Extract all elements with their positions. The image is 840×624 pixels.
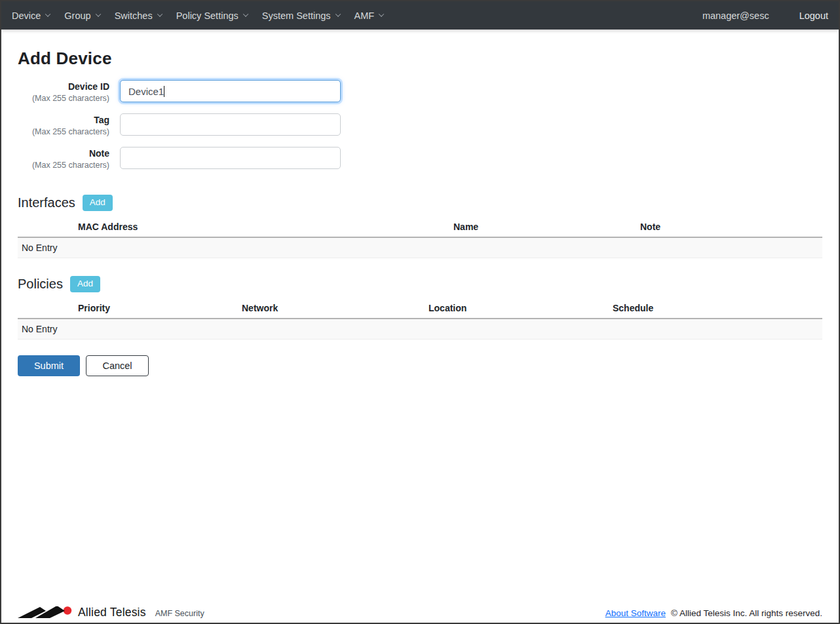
about-software-link[interactable]: About Software [605, 608, 666, 618]
chevron-down-icon [157, 11, 162, 16]
logout-link[interactable]: Logout [799, 10, 828, 21]
nav-item-label: AMF [354, 10, 375, 21]
tag-label: Tag (Max 255 characters) [18, 113, 109, 137]
nav-item-label: Group [64, 10, 90, 21]
chevron-down-icon [379, 11, 384, 16]
nav-item-label: Policy Settings [176, 10, 239, 21]
footer-legal: About Software © Allied Telesis Inc. All… [605, 608, 822, 618]
form-actions: Submit Cancel [18, 355, 822, 376]
note-input-wrap [120, 147, 341, 170]
device-id-input[interactable] [120, 80, 341, 102]
device-id-label: Device ID (Max 255 characters) [18, 80, 109, 104]
policies-add-button[interactable]: Add [70, 276, 100, 292]
cancel-button[interactable]: Cancel [86, 355, 149, 376]
interfaces-table-header: MAC Address Name Note [18, 222, 822, 238]
policies-empty-row: No Entry [18, 319, 822, 340]
user-account[interactable]: manager@sesc [702, 10, 769, 21]
form-row-tag: Tag (Max 255 characters) [18, 113, 822, 137]
allied-telesis-logo-icon [18, 606, 73, 618]
note-input[interactable] [120, 147, 341, 169]
interfaces-header: Interfaces Add [18, 195, 822, 211]
interfaces-section: Interfaces Add MAC Address Name Note No … [18, 195, 822, 258]
main-content: Add Device Device ID (Max 255 characters… [1, 49, 839, 376]
device-id-hint: (Max 255 characters) [18, 93, 109, 104]
nav-right: manager@sesc Logout [702, 10, 828, 21]
chevron-down-icon [95, 11, 100, 16]
no-entry-text: No Entry [22, 243, 57, 253]
column-header-mac-address: MAC Address [18, 222, 393, 237]
column-header-priority: Priority [18, 303, 181, 318]
page-footer: Allied Telesis AMF Security About Softwa… [1, 606, 839, 623]
page-title: Add Device [18, 49, 822, 69]
nav-item-device[interactable]: Device [12, 10, 50, 21]
nav-item-group[interactable]: Group [64, 10, 100, 21]
note-label: Note (Max 255 characters) [18, 147, 109, 170]
product-name: AMF Security [155, 609, 204, 618]
policies-table-header: Priority Network Location Schedule [18, 303, 822, 319]
column-header-note: Note [580, 222, 822, 237]
add-device-form: Device ID (Max 255 characters) Tag (Max … [18, 80, 822, 170]
nav-menu: Device Group Switches Policy Settings Sy… [12, 10, 383, 21]
text-caret [164, 86, 164, 97]
app-window: Device Group Switches Policy Settings Sy… [0, 0, 840, 624]
nav-item-label: System Settings [262, 10, 331, 21]
form-row-device-id: Device ID (Max 255 characters) [18, 80, 822, 104]
chevron-down-icon [335, 11, 340, 16]
policies-header: Policies Add [18, 276, 822, 292]
nav-item-amf[interactable]: AMF [354, 10, 384, 21]
note-hint: (Max 255 characters) [18, 160, 109, 170]
top-navbar: Device Group Switches Policy Settings Sy… [1, 1, 839, 29]
copyright-text: © Allied Telesis Inc. All rights reserve… [671, 608, 822, 618]
nav-item-label: Device [12, 10, 41, 21]
chevron-down-icon [45, 11, 50, 16]
policies-section: Policies Add Priority Network Location S… [18, 276, 822, 340]
column-header-network: Network [181, 303, 368, 318]
submit-button[interactable]: Submit [18, 355, 80, 376]
policies-title: Policies [18, 277, 63, 292]
no-entry-text: No Entry [22, 324, 57, 334]
chevron-down-icon [243, 11, 248, 16]
interfaces-add-button[interactable]: Add [83, 195, 113, 211]
tag-hint: (Max 255 characters) [18, 127, 109, 137]
device-id-input-wrap [120, 80, 341, 104]
tag-input-wrap [120, 113, 341, 137]
nav-item-switches[interactable]: Switches [115, 10, 162, 21]
interfaces-title: Interfaces [18, 195, 75, 210]
interfaces-empty-row: No Entry [18, 238, 822, 258]
nav-item-label: Switches [115, 10, 153, 21]
form-row-note: Note (Max 255 characters) [18, 147, 822, 170]
tag-input[interactable] [120, 113, 341, 136]
nav-item-policy-settings[interactable]: Policy Settings [176, 10, 248, 21]
footer-brand: Allied Telesis AMF Security [18, 606, 204, 618]
column-header-location: Location [368, 303, 552, 318]
brand-name: Allied Telesis [78, 607, 146, 618]
column-header-name: Name [393, 222, 580, 237]
nav-item-system-settings[interactable]: System Settings [262, 10, 340, 21]
column-header-schedule: Schedule [552, 303, 822, 318]
